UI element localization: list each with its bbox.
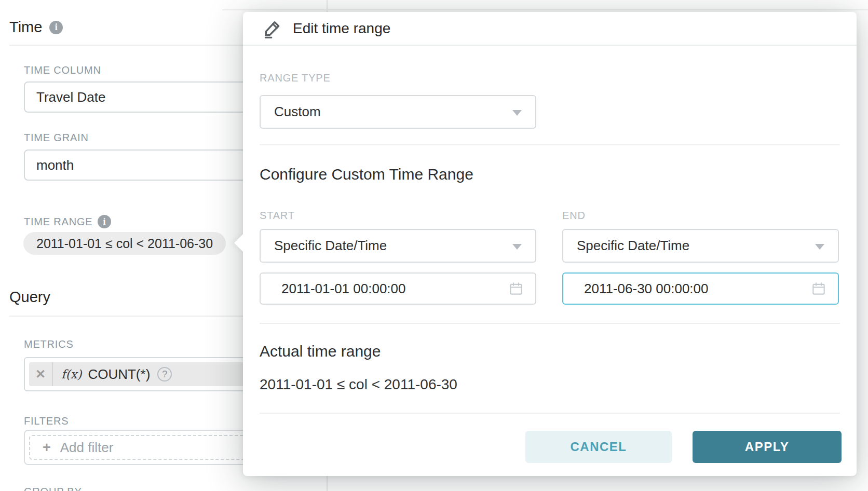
remove-metric-icon[interactable]: ✕ <box>29 362 53 386</box>
time-range-label: TIME RANGE i <box>24 215 111 228</box>
query-section-title: Query <box>9 289 50 306</box>
add-filter-label: Add filter <box>60 440 114 456</box>
info-icon[interactable]: i <box>49 21 63 34</box>
calendar-icon[interactable] <box>811 281 826 296</box>
end-datetime-input[interactable]: 2011-06-30 00:00:00 <box>562 272 839 305</box>
time-section-label: Time <box>9 19 42 36</box>
time-grain-label: TIME GRAIN <box>24 132 89 144</box>
start-datetime-input[interactable]: 2011-01-01 00:00:00 <box>260 272 536 305</box>
caret-down-icon <box>512 244 522 250</box>
info-icon[interactable]: i <box>98 215 111 228</box>
calendar-icon[interactable] <box>508 281 524 296</box>
popover-title: Edit time range <box>293 20 390 37</box>
time-column-label: TIME COLUMN <box>24 64 101 76</box>
popover-arrow <box>234 234 252 252</box>
edit-time-range-popover: Edit time range RANGE TYPE Custom Config… <box>243 12 857 476</box>
question-circle-icon[interactable]: ? <box>157 367 172 381</box>
time-section-title: Time i <box>9 19 63 36</box>
popover-divider <box>260 323 840 324</box>
query-section-label: Query <box>9 289 50 306</box>
end-mode-value: Specific Date/Time <box>577 238 689 254</box>
group-by-label: GROUP BY <box>24 486 82 491</box>
actual-time-range-value: 2011-01-01 ≤ col < 2011-06-30 <box>260 376 457 393</box>
popover-header: Edit time range <box>243 12 857 46</box>
edit-pencil-icon <box>263 19 282 38</box>
start-mode-select[interactable]: Specific Date/Time <box>260 229 536 263</box>
metrics-label: METRICS <box>24 338 74 350</box>
start-label: START <box>260 210 295 222</box>
popover-divider <box>260 144 840 145</box>
function-icon: f(x) <box>61 367 82 381</box>
caret-down-icon <box>815 244 824 250</box>
filters-label: FILTERS <box>24 415 69 427</box>
start-mode-value: Specific Date/Time <box>274 238 387 254</box>
toolbar-border-line <box>222 9 868 10</box>
start-datetime-value: 2011-01-01 00:00:00 <box>281 281 406 297</box>
plus-icon: + <box>43 440 51 456</box>
metric-chip-label: COUNT(*) <box>88 366 150 383</box>
time-range-pill[interactable]: 2011-01-01 ≤ col < 2011-06-30 <box>23 232 226 255</box>
range-type-label: RANGE TYPE <box>260 72 331 84</box>
cancel-button[interactable]: CANCEL <box>525 431 672 463</box>
apply-button[interactable]: APPLY <box>693 431 842 463</box>
end-mode-select[interactable]: Specific Date/Time <box>562 229 839 263</box>
caret-down-icon <box>512 110 522 116</box>
range-type-select[interactable]: Custom <box>260 95 536 129</box>
end-label: END <box>562 210 586 222</box>
actual-time-range-heading: Actual time range <box>260 343 381 360</box>
configure-heading: Configure Custom Time Range <box>260 166 473 183</box>
end-datetime-value: 2011-06-30 00:00:00 <box>584 281 709 297</box>
popover-divider <box>260 413 840 414</box>
range-type-value: Custom <box>274 104 321 120</box>
superset-explore-page: { "panel": { "time_title": "Time", "time… <box>0 0 868 491</box>
